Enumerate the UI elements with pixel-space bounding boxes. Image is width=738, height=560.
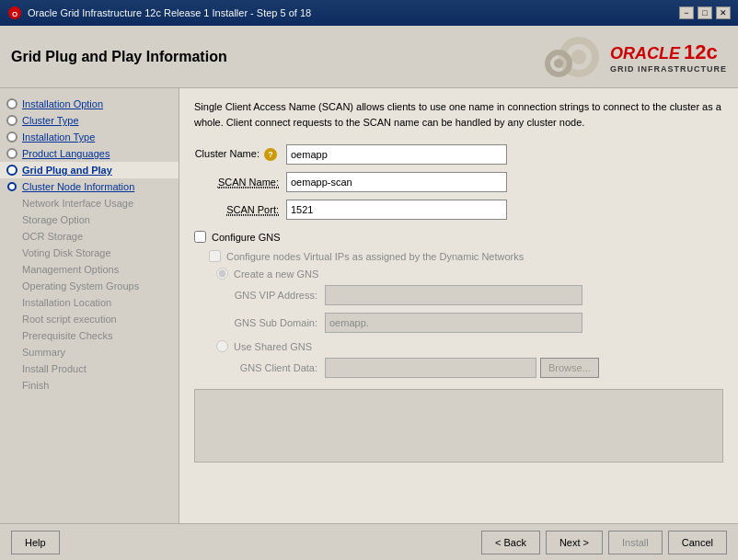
scan-name-label: SCAN Name: <box>194 177 286 188</box>
configure-vips-label: Configure nodes Virtual IPs as assigned … <box>226 251 524 262</box>
scan-port-label: SCAN Port: <box>194 204 286 215</box>
gns-section: Configure nodes Virtual IPs as assigned … <box>209 250 723 378</box>
scan-port-input[interactable] <box>286 200 507 220</box>
gns-client-data-input <box>325 358 536 378</box>
scan-port-row: SCAN Port: <box>194 200 723 220</box>
oracle-logo-image: ORACLE 12c GRID INFRASTRUCTURE <box>533 34 727 80</box>
cancel-button[interactable]: Cancel <box>668 531 727 554</box>
oracle-product-text: GRID INFRASTRUCTURE <box>610 64 727 74</box>
sidebar-label-finish: Finish <box>22 380 49 391</box>
sidebar-label-installation-option: Installation Option <box>22 98 103 109</box>
footer: Help < Back Next > Install Cancel <box>0 523 738 560</box>
browse-button: Browse... <box>540 358 599 378</box>
sidebar-label-grid-plug-and-play: Grid Plug and Play <box>22 165 112 176</box>
scan-name-row: SCAN Name: <box>194 172 723 192</box>
gns-radio-group: Create a new GNS GNS VIP Address: GNS Su… <box>216 268 723 378</box>
gns-subdomain-input <box>325 313 582 333</box>
footer-left: Help <box>11 531 60 554</box>
oracle-logo: ORACLE 12c GRID INFRASTRUCTURE <box>533 34 727 80</box>
header: Grid Plug and Play Information ORACLE 12… <box>0 26 738 88</box>
footer-right: < Back Next > Install Cancel <box>481 531 727 554</box>
sidebar-item-prerequisite-checks: Prerequisite Checks <box>0 327 179 344</box>
sidebar-label-install-product: Install Product <box>22 363 86 374</box>
step-icon-7 <box>6 197 18 210</box>
title-bar-controls: − □ ✕ <box>679 6 731 19</box>
svg-point-5 <box>554 59 563 68</box>
sidebar: Installation Option Cluster Type Install… <box>0 88 179 523</box>
sidebar-label-installation-location: Installation Location <box>22 297 111 308</box>
step-icon-6 <box>6 180 18 193</box>
cluster-name-input[interactable] <box>286 144 507 165</box>
sidebar-label-voting-disk-storage: Voting Disk Storage <box>22 247 111 258</box>
svg-point-3 <box>571 50 586 64</box>
sidebar-label-operating-system-groups: Operating System Groups <box>22 280 139 291</box>
sidebar-label-installation-type: Installation Type <box>22 131 95 143</box>
install-button: Install <box>608 531 663 554</box>
step-icon-2 <box>6 114 18 127</box>
next-button[interactable]: Next > <box>546 531 603 554</box>
sidebar-label-summary: Summary <box>22 347 65 358</box>
use-shared-gns-row: Use Shared GNS <box>216 340 723 352</box>
gns-subdomain-row: GNS Sub Domain: <box>224 313 723 333</box>
step-icon-3 <box>6 131 18 143</box>
sidebar-item-installation-option[interactable]: Installation Option <box>0 96 179 112</box>
step-icon-5 <box>6 164 18 177</box>
sidebar-label-storage-option: Storage Option <box>22 214 90 225</box>
sidebar-label-network-interface-usage: Network Interface Usage <box>22 198 133 209</box>
sidebar-item-management-options: Management Options <box>0 261 179 278</box>
use-shared-gns-label: Use Shared GNS <box>234 341 312 352</box>
cluster-name-info-icon: ? <box>264 148 277 161</box>
configure-gns-row: Configure GNS <box>194 231 723 243</box>
sidebar-label-management-options: Management Options <box>22 264 119 275</box>
create-new-gns-row: Create a new GNS <box>216 268 723 280</box>
use-shared-gns-radio <box>216 340 228 352</box>
page-title: Grid Plug and Play Information <box>11 49 227 65</box>
sidebar-label-cluster-node-information: Cluster Node Information <box>22 181 134 192</box>
gns-client-data-row: GNS Client Data: Browse... <box>224 358 723 378</box>
sidebar-item-storage-option: Storage Option <box>0 211 179 228</box>
content-area: Installation Option Cluster Type Install… <box>0 88 738 523</box>
maximize-button[interactable]: □ <box>698 6 712 19</box>
sidebar-item-cluster-node-information[interactable]: Cluster Node Information <box>0 178 179 195</box>
configure-gns-checkbox[interactable] <box>194 231 206 243</box>
gns-vip-label: GNS VIP Address: <box>224 290 325 301</box>
sidebar-label-cluster-type: Cluster Type <box>22 115 79 126</box>
sidebar-label-prerequisite-checks: Prerequisite Checks <box>22 330 112 341</box>
gns-vip-input <box>325 285 582 305</box>
sidebar-item-product-languages[interactable]: Product Languages <box>0 145 179 162</box>
gear-decoration <box>533 34 606 80</box>
cluster-name-label: Cluster Name: ? <box>194 148 286 161</box>
help-button[interactable]: Help <box>11 531 60 554</box>
configure-vips-row: Configure nodes Virtual IPs as assigned … <box>209 250 723 262</box>
sidebar-label-ocr-storage: OCR Storage <box>22 231 83 242</box>
sidebar-item-summary: Summary <box>0 344 179 360</box>
sidebar-item-root-script-execution: Root script execution <box>0 311 179 327</box>
sidebar-item-cluster-type[interactable]: Cluster Type <box>0 112 179 129</box>
main-panel: Single Client Access Name (SCAN) allows … <box>179 88 738 523</box>
oracle-brand-block: ORACLE 12c GRID INFRASTRUCTURE <box>610 40 727 74</box>
configure-gns-label[interactable]: Configure GNS <box>212 232 281 243</box>
oracle-version-text: 12c <box>684 40 718 64</box>
sidebar-item-grid-plug-and-play[interactable]: Grid Plug and Play <box>0 162 179 178</box>
description-text: Single Client Access Name (SCAN) allows … <box>194 99 723 130</box>
step-icon-1 <box>6 97 18 110</box>
info-box <box>194 389 723 463</box>
minimize-button[interactable]: − <box>679 6 694 19</box>
sidebar-item-ocr-storage: OCR Storage <box>0 228 179 245</box>
title-bar-left: O Oracle Grid Infrastructure 12c Release… <box>7 6 311 20</box>
sidebar-label-root-script-execution: Root script execution <box>22 314 117 325</box>
sidebar-item-installation-type[interactable]: Installation Type <box>0 129 179 145</box>
app-icon: O <box>7 6 22 20</box>
sidebar-item-install-product: Install Product <box>0 360 179 377</box>
title-bar-text: Oracle Grid Infrastructure 12c Release 1… <box>28 7 311 18</box>
gns-client-data-label: GNS Client Data: <box>224 362 325 373</box>
back-button[interactable]: < Back <box>481 531 540 554</box>
close-button[interactable]: ✕ <box>716 6 731 19</box>
cluster-name-row: Cluster Name: ? <box>194 144 723 165</box>
scan-name-input[interactable] <box>286 172 507 192</box>
oracle-brand-text: ORACLE <box>610 44 680 63</box>
gns-subdomain-label: GNS Sub Domain: <box>224 317 325 328</box>
step-icon-4 <box>6 147 18 160</box>
sidebar-item-installation-location: Installation Location <box>0 294 179 311</box>
svg-text:O: O <box>12 10 17 18</box>
